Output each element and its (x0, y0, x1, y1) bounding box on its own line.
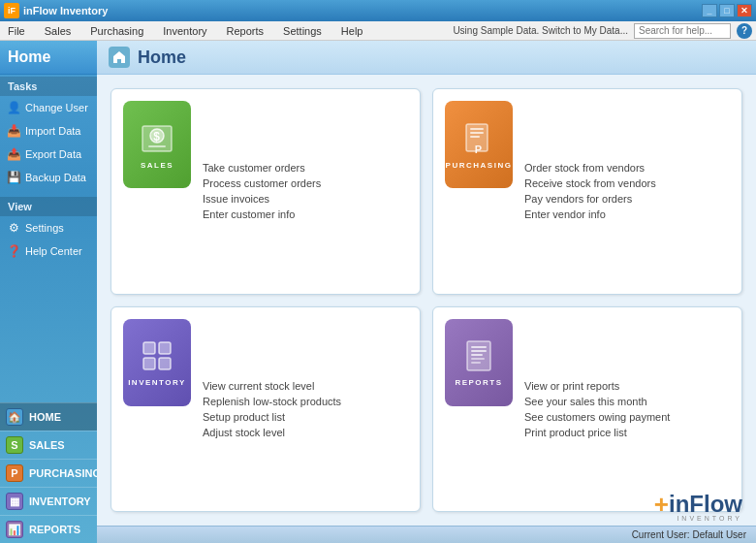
menu-settings[interactable]: Settings (279, 23, 326, 39)
nav-inventory-label: INVENTORY (29, 495, 91, 507)
logo-main-text: inFlow (669, 493, 742, 516)
sales-info-1: Process customer orders (203, 177, 321, 189)
inventory-nav-icon: ▦ (6, 493, 23, 510)
reports-module-icon-box: REPORTS (445, 319, 513, 406)
purchasing-info-0: Order stock from vendors (524, 162, 656, 174)
menu-inventory[interactable]: Inventory (159, 23, 210, 39)
sidebar-header: Home (0, 41, 97, 75)
purchasing-module-label: PURCHASING (446, 161, 513, 170)
tasks-section-title: Tasks (0, 77, 97, 96)
reports-module-card[interactable]: REPORTS View or print reports See your s… (432, 306, 742, 513)
svg-rect-16 (471, 354, 483, 356)
view-section-title: View (0, 197, 97, 216)
menu-help[interactable]: Help (337, 23, 367, 39)
nav-reports-button[interactable]: 📊 REPORTS (0, 515, 97, 543)
svg-rect-18 (471, 362, 481, 364)
inventory-module-card[interactable]: INVENTORY View current stock level Reple… (110, 306, 421, 513)
home-header-icon (109, 47, 130, 68)
help-search-input[interactable] (634, 23, 731, 39)
maximize-button[interactable]: □ (719, 4, 735, 17)
menu-purchasing[interactable]: Purchasing (86, 23, 147, 39)
nav-sales-label: SALES (29, 439, 65, 451)
svg-rect-10 (159, 342, 171, 354)
content-area: Home $ SALES Take (97, 41, 756, 526)
purchasing-module-icon-box: P PURCHASING (445, 101, 513, 188)
current-user-label: Current User: Default User (632, 529, 746, 540)
svg-rect-5 (470, 128, 484, 130)
sidebar-item-change-user[interactable]: 👤 Change User (0, 96, 97, 119)
inventory-info-2: Setup product list (203, 411, 341, 423)
import-data-icon: 📥 (6, 123, 21, 139)
main-layout: Home Tasks 👤 Change User 📥 Import Data 📤… (0, 41, 756, 543)
sales-info-3: Enter customer info (203, 208, 321, 220)
status-bar: Current User: Default User (97, 526, 756, 543)
nav-inventory-button[interactable]: ▦ INVENTORY (0, 487, 97, 515)
svg-rect-15 (471, 350, 487, 352)
sidebar: Home Tasks 👤 Change User 📥 Import Data 📤… (0, 41, 97, 543)
inventory-module-icon-box: INVENTORY (123, 319, 191, 406)
sidebar-item-settings[interactable]: ⚙ Settings (0, 216, 97, 240)
content-header: Home (97, 41, 756, 75)
close-button[interactable]: ✕ (737, 4, 752, 17)
inventory-module-label: INVENTORY (128, 378, 186, 387)
nav-home-label: HOME (29, 411, 61, 423)
sample-data-label: Using Sample Data. Switch to My Data... (453, 25, 628, 36)
inventory-module-info: View current stock level Replenish low-s… (203, 319, 341, 500)
menu-file[interactable]: File (4, 23, 29, 39)
inventory-info-1: Replenish low-stock products (203, 396, 341, 407)
nav-purchasing-button[interactable]: P PURCHASING (0, 459, 97, 487)
menu-reports[interactable]: Reports (223, 23, 268, 39)
minimize-button[interactable]: _ (702, 4, 717, 17)
svg-rect-6 (470, 132, 484, 134)
purchasing-module-card[interactable]: P PURCHASING Order stock from vendors Re… (432, 88, 742, 295)
sidebar-label-help-center: Help Center (25, 245, 82, 257)
purchasing-module-info: Order stock from vendors Receive stock f… (524, 101, 656, 282)
svg-rect-11 (143, 358, 155, 369)
reports-module-info: View or print reports See your sales thi… (524, 319, 670, 500)
page-title: Home (138, 48, 186, 68)
purchasing-info-3: Enter vendor info (524, 208, 656, 220)
menu-sales[interactable]: Sales (41, 23, 76, 39)
bottom-nav: 🏠 HOME S SALES P PURCHASING ▦ INVENTORY … (0, 402, 97, 543)
sidebar-item-help-center[interactable]: ❓ Help Center (0, 240, 97, 263)
app-title: inFlow Inventory (23, 5, 702, 16)
nav-home-button[interactable]: 🏠 HOME (0, 402, 97, 431)
inflow-logo-container: + inFlow INVENTORY (654, 492, 742, 522)
title-bar: iF inFlow Inventory _ □ ✕ (0, 0, 756, 21)
menu-bar-right: Using Sample Data. Switch to My Data... … (453, 23, 752, 39)
sales-module-icon-box: $ SALES (123, 101, 191, 188)
sidebar-label-export-data: Export Data (25, 148, 81, 160)
sales-nav-icon: S (6, 436, 23, 454)
sidebar-item-import-data[interactable]: 📥 Import Data (0, 119, 97, 143)
sidebar-item-backup-data[interactable]: 💾 Backup Data (0, 166, 97, 189)
sidebar-item-export-data[interactable]: 📤 Export Data (0, 143, 97, 166)
reports-nav-icon: 📊 (6, 521, 23, 538)
module-grid: $ SALES Take customer orders Process cus… (97, 75, 756, 526)
nav-sales-button[interactable]: S SALES (0, 431, 97, 459)
backup-data-icon: 💾 (6, 170, 21, 185)
sales-module-info: Take customer orders Process customer or… (203, 101, 321, 282)
sales-info-0: Take customer orders (203, 162, 321, 174)
reports-info-3: Print product price list (524, 427, 670, 438)
nav-reports-label: REPORTS (29, 524, 80, 535)
sidebar-label-settings: Settings (25, 222, 64, 234)
svg-rect-14 (471, 346, 487, 348)
sales-info-2: Issue invoices (203, 193, 321, 205)
export-data-icon: 📤 (6, 146, 21, 162)
logo-plus-icon: + (654, 492, 669, 517)
home-nav-icon: 🏠 (6, 408, 23, 426)
sidebar-label-change-user: Change User (25, 102, 88, 113)
purchasing-nav-icon: P (6, 464, 23, 482)
inflow-logo: + inFlow (654, 492, 742, 517)
reports-info-2: See customers owing payment (524, 411, 670, 423)
help-button[interactable]: ? (737, 23, 752, 39)
purchasing-info-1: Receive stock from vendors (524, 177, 656, 189)
svg-rect-3 (148, 145, 166, 147)
window-controls: _ □ ✕ (702, 4, 752, 17)
menu-bar: File Sales Purchasing Inventory Reports … (0, 21, 756, 41)
settings-icon: ⚙ (6, 220, 21, 236)
inventory-info-0: View current stock level (203, 380, 341, 392)
svg-text:P: P (475, 144, 483, 155)
reports-info-0: View or print reports (524, 380, 670, 392)
sales-module-card[interactable]: $ SALES Take customer orders Process cus… (110, 88, 421, 295)
